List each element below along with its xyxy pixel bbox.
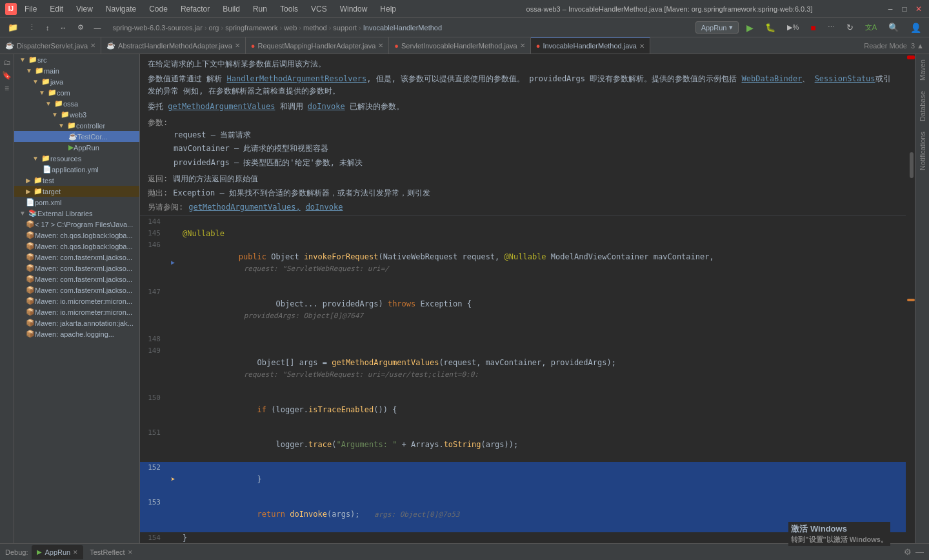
minimize-button[interactable]: – — [885, 4, 895, 14]
menu-window[interactable]: Window — [337, 3, 370, 15]
tab-close-2[interactable]: ✕ — [378, 42, 383, 49]
database-label[interactable]: Database — [917, 86, 928, 126]
menu-edit[interactable]: Edit — [47, 3, 66, 15]
menu-file[interactable]: File — [22, 3, 39, 15]
settings-button[interactable]: ⚙ — [74, 21, 88, 35]
close-button[interactable]: ✕ — [914, 4, 924, 14]
tab-close-3[interactable]: ✕ — [520, 42, 525, 49]
translate-button[interactable]: 文A — [861, 21, 881, 35]
stop-button[interactable]: ■ — [806, 21, 819, 35]
tree-item-pom[interactable]: 📄 pom.xml — [14, 197, 139, 208]
editor-scrollbar[interactable] — [906, 54, 915, 543]
search-everywhere-button[interactable]: 🔍 — [884, 21, 903, 35]
run-with-coverage-button[interactable]: ▶% — [783, 21, 803, 35]
get-method-link[interactable]: getMethodArgumentValues — [168, 102, 275, 111]
menu-help[interactable]: Help — [377, 3, 399, 15]
maven-label[interactable]: Maven — [917, 54, 928, 86]
also-link-1[interactable]: getMethodArgumentValues, — [188, 201, 300, 213]
tab-close-4[interactable]: ✕ — [639, 43, 644, 50]
code-line-150: 150 if (logger.isTraceEnabled()) { — [140, 392, 906, 427]
debug-minimize-icon[interactable]: — — [915, 547, 924, 557]
breadcrumb-springframework[interactable]: springframework — [225, 24, 277, 32]
debug-tab-close-testreflect[interactable]: ✕ — [128, 549, 133, 555]
tree-item-lib-logback2[interactable]: 📦 Maven: ch.qos.logback:logba... — [14, 241, 139, 252]
reader-mode-button[interactable]: Reader Mode — [864, 42, 907, 50]
menu-build[interactable]: Build — [220, 3, 243, 15]
breadcrumb-jar[interactable]: spring-web-6.0.3-sources.jar — [113, 24, 203, 32]
tab-dispatcherservlet[interactable]: ☕ DispatcherServlet.java ✕ — [0, 37, 101, 54]
notifications-label[interactable]: Notifications — [917, 126, 928, 175]
tree-item-lib-jackson2[interactable]: 📦 Maven: com.fasterxml.jackso... — [14, 263, 139, 274]
split-button[interactable]: — — [90, 21, 105, 35]
tab-requestmappinghandleradapter[interactable]: ● RequestMappingHandlerAdapter.java ✕ — [246, 37, 390, 54]
menu-vcs[interactable]: VCS — [308, 3, 330, 15]
debug-tab-close-apprun[interactable]: ✕ — [73, 549, 78, 555]
tab-invocablehandlermethod[interactable]: ● InvocableHandlerMethod.java ✕ — [531, 37, 650, 54]
tree-item-lib-micrometer2[interactable]: 📦 Maven: io.micrometer:micron... — [14, 306, 139, 317]
breadcrumb-class[interactable]: InvocableHandlerMethod — [363, 24, 442, 32]
maximize-button[interactable]: □ — [899, 4, 910, 14]
breadcrumb-support[interactable]: support — [333, 24, 357, 32]
menu-bar: File Edit View Navigate Code Refactor Bu… — [22, 3, 454, 15]
debug-tab-testreflect[interactable]: TestReflect ✕ — [85, 545, 137, 559]
handler-method-link[interactable]: HandlerMethodArgumentResolvers — [226, 74, 366, 83]
debug-settings-icon[interactable]: ⚙ — [904, 547, 912, 557]
tree-item-lib-jackson1[interactable]: 📦 Maven: com.fasterxml.jackso... — [14, 252, 139, 263]
tree-item-target[interactable]: ▶ 📁 target — [14, 186, 139, 197]
apprun-selector[interactable]: AppRun ▾ — [695, 21, 739, 34]
menu-navigate[interactable]: Navigate — [103, 3, 139, 15]
scroll-thumb[interactable] — [910, 152, 914, 178]
tree-item-ossa[interactable]: ▼ 📁 ossa — [14, 98, 139, 109]
structure-button[interactable]: ⋮ — [25, 21, 39, 35]
tree-item-lib-micrometer1[interactable]: 📦 Maven: io.micrometer:micron... — [14, 295, 139, 306]
breadcrumb-org[interactable]: org — [209, 24, 219, 32]
line-gutter-151 — [166, 427, 180, 462]
tree-item-src[interactable]: ▼ 📁 src — [14, 54, 139, 65]
run-button[interactable]: ▶ — [743, 21, 757, 35]
tree-item-apprun[interactable]: ▶ AppRun — [14, 142, 139, 153]
tab-close-1[interactable]: ✕ — [235, 42, 240, 49]
code-editor[interactable]: 在给定请求的上下文中解析某参数值后调用该方法。 参数值通常通过 解析 Handl… — [140, 54, 906, 543]
tab-abstracthandlermethodadapter[interactable]: ☕ AbstractHandlerMethodAdapter.java ✕ — [101, 37, 246, 54]
project-icon[interactable]: 🗂 — [1, 57, 13, 68]
structure-icon[interactable]: ≡ — [1, 83, 13, 94]
tree-item-lib-apache[interactable]: 📦 Maven: apache.logging... — [14, 328, 139, 339]
update-button[interactable]: ↻ — [843, 21, 857, 35]
tree-item-java[interactable]: ▼ 📁 java — [14, 76, 139, 87]
webdatabinder-link[interactable]: WebDataBinder — [741, 74, 802, 83]
tree-item-lib-logback1[interactable]: 📦 Maven: ch.qos.logback:logba... — [14, 230, 139, 241]
menu-code[interactable]: Code — [146, 3, 170, 15]
tree-item-web3[interactable]: ▼ 📁 web3 — [14, 109, 139, 120]
tree-item-main[interactable]: ▼ 📁 main — [14, 65, 139, 76]
tree-item-lib-jackson4[interactable]: 📦 Maven: com.fasterxml.jackso... — [14, 285, 139, 295]
account-button[interactable]: 👤 — [906, 21, 925, 35]
doinvoke-link[interactable]: doInvoke — [308, 102, 345, 111]
breadcrumb-web[interactable]: web — [284, 24, 297, 32]
menu-tools[interactable]: Tools — [277, 3, 301, 15]
debug-button[interactable]: 🐛 — [761, 21, 779, 35]
tree-item-test[interactable]: ▶ 📁 test — [14, 175, 139, 186]
tree-item-lib-jdk[interactable]: 📦 < 17 > C:\Program Files\Java... — [14, 219, 139, 230]
debug-tab-apprun[interactable]: ▶ AppRun ✕ — [32, 545, 83, 559]
breadcrumb-method[interactable]: method — [303, 24, 327, 32]
bookmarks-icon[interactable]: 🔖 — [1, 70, 13, 81]
tree-item-com[interactable]: ▼ 📁 com — [14, 87, 139, 98]
project-files-button[interactable]: 📁 — [4, 21, 22, 35]
tree-item-external-libs[interactable]: ▼ 📚 External Libraries — [14, 208, 139, 219]
also-link-2[interactable]: doInvoke — [306, 201, 343, 213]
menu-view[interactable]: View — [74, 3, 95, 15]
menu-refactor[interactable]: Refactor — [178, 3, 212, 15]
more-button[interactable]: ⋯ — [824, 21, 839, 35]
tab-servletinvocablehandlermethod[interactable]: ● ServletInvocableHandlerMethod.java ✕ — [389, 37, 530, 54]
tree-item-lib-jakarta[interactable]: 📦 Maven: jakarta.annotation:jak... — [14, 317, 139, 328]
tree-item-lib-jackson3[interactable]: 📦 Maven: com.fasterxml.jackso... — [14, 274, 139, 285]
sessionstatus-link[interactable]: SessionStatus — [815, 74, 875, 83]
tree-item-testcontroller[interactable]: ☕ TestCor... — [14, 131, 139, 142]
tree-item-resources[interactable]: ▼ 📁 resources — [14, 153, 139, 164]
tree-item-controller[interactable]: ▼ 📁 controller — [14, 120, 139, 131]
menu-run[interactable]: Run — [250, 3, 270, 15]
expand-button[interactable]: ↕ — [42, 21, 54, 35]
collapse-button[interactable]: ↔ — [56, 21, 71, 35]
tab-close-0[interactable]: ✕ — [90, 42, 95, 49]
tree-item-application-yml[interactable]: 📄 application.yml — [14, 164, 139, 175]
